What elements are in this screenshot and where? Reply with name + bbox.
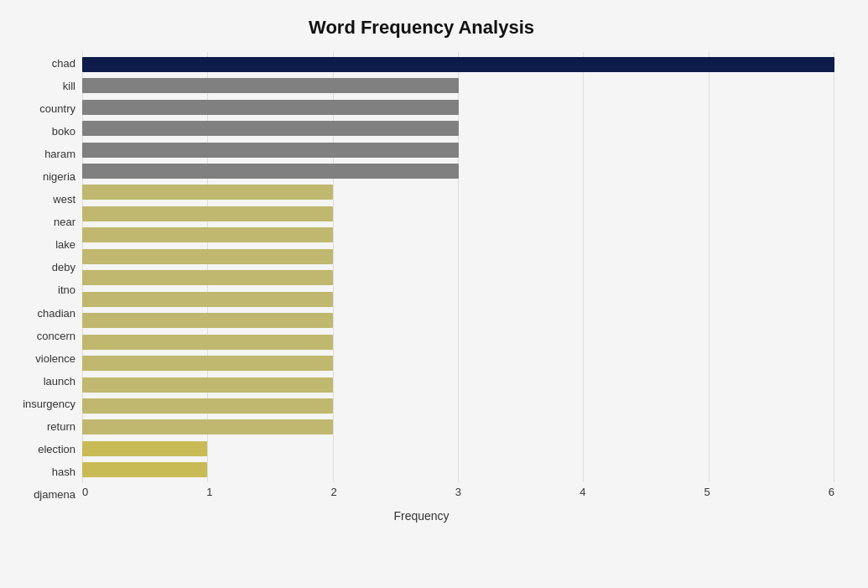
x-axis-labels: 0123456 (82, 482, 834, 506)
y-label-chad: chad (52, 52, 75, 75)
y-label-hash: hash (52, 461, 75, 483)
bar-election (82, 419, 333, 434)
y-label-return: return (47, 415, 75, 438)
bar-row-near (82, 203, 834, 224)
y-label-deby: deby (52, 256, 75, 278)
bar-row-country (82, 96, 834, 117)
bar-return (82, 398, 333, 414)
bar-lake (82, 227, 333, 242)
chart-container: Word Frequency Analysis chadkillcountryb… (0, 0, 868, 588)
y-label-boko: boko (52, 120, 75, 143)
y-label-concern: concern (37, 325, 75, 347)
y-label-chadian: chadian (37, 302, 75, 325)
bar-djamena (82, 462, 207, 477)
x-tick-6: 6 (829, 486, 834, 498)
bar-hash (82, 441, 207, 456)
y-label-launch: launch (44, 370, 75, 393)
y-label-country: country (39, 97, 75, 120)
bars-container (82, 52, 834, 482)
bar-row-haram (82, 139, 834, 160)
bar-row-election (82, 417, 834, 438)
bar-kill (82, 78, 459, 93)
bar-haram (82, 143, 459, 158)
bar-near (82, 206, 333, 221)
bar-row-return (82, 395, 834, 416)
bar-row-djamena (82, 460, 834, 481)
bar-row-deby (82, 246, 834, 267)
bar-row-launch (82, 352, 834, 373)
bar-launch (82, 356, 333, 371)
bar-row-chadian (82, 289, 834, 310)
bar-concern (82, 313, 333, 328)
y-label-haram: haram (44, 143, 75, 165)
y-label-nigeria: nigeria (43, 165, 75, 188)
x-tick-4: 4 (580, 486, 585, 498)
y-label-west: west (53, 188, 75, 211)
bar-row-lake (82, 225, 834, 246)
x-tick-0: 0 (82, 486, 88, 498)
bar-row-violence (82, 331, 834, 352)
x-tick-2: 2 (331, 486, 337, 498)
bar-nigeria (82, 164, 459, 179)
y-label-djamena: djamena (34, 483, 75, 506)
bar-row-kill (82, 75, 834, 96)
y-label-itno: itno (58, 278, 75, 301)
bar-country (82, 100, 459, 115)
bar-row-hash (82, 438, 834, 459)
x-tick-3: 3 (455, 486, 461, 498)
bar-row-west (82, 182, 834, 203)
y-label-election: election (38, 438, 75, 461)
bar-deby (82, 249, 333, 264)
bar-row-boko (82, 117, 834, 138)
bar-itno (82, 270, 333, 285)
x-tick-5: 5 (704, 486, 709, 498)
x-axis-title: Frequency (8, 509, 834, 523)
bar-west (82, 185, 333, 200)
x-tick-1: 1 (206, 486, 212, 498)
bars-grid: 0123456 (82, 52, 834, 506)
y-label-near: near (54, 211, 75, 233)
bar-chad (82, 57, 834, 72)
y-label-violence: violence (35, 347, 75, 370)
bar-row-nigeria (82, 160, 834, 181)
bar-row-itno (82, 268, 834, 289)
y-label-lake: lake (55, 233, 75, 256)
bar-insurgency (82, 377, 333, 393)
y-label-kill: kill (63, 75, 75, 97)
bar-boko (82, 121, 459, 136)
bar-row-insurgency (82, 374, 834, 395)
bar-chadian (82, 292, 333, 307)
bar-row-chad (82, 54, 834, 75)
bar-row-concern (82, 310, 834, 330)
chart-title: Word Frequency Analysis (8, 17, 834, 39)
y-label-insurgency: insurgency (23, 393, 75, 415)
bar-violence (82, 335, 333, 350)
y-axis: chadkillcountrybokoharamnigeriawestnearl… (8, 52, 82, 506)
